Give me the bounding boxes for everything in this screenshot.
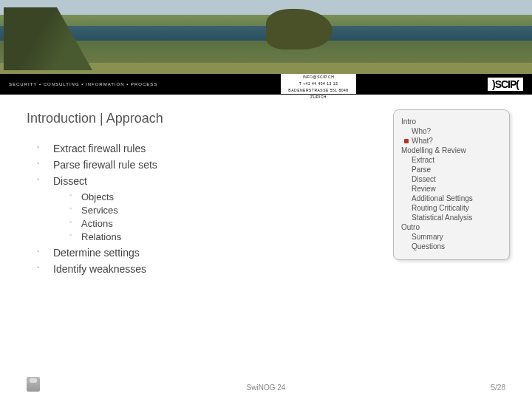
nav-section-modelling: Modelling & Review xyxy=(401,146,503,154)
nav-item: Review xyxy=(412,185,503,193)
brand-tagline: SECURITY • CONSULTING • INFORMATION • PR… xyxy=(9,82,157,86)
nav-item: Who? xyxy=(412,127,503,135)
nav-item: Extract xyxy=(412,156,503,164)
nav-item: Dissect xyxy=(412,175,503,183)
nav-item: Statistical Analysis xyxy=(412,214,503,222)
brand-logo: )SCIP( xyxy=(488,78,523,91)
nav-item: Summary xyxy=(412,233,503,241)
nav-item: Parse xyxy=(412,166,503,174)
nav-item: Additional Settings xyxy=(412,194,503,202)
footer-icon xyxy=(27,377,40,392)
header-photo xyxy=(0,0,532,74)
list-item: Identify weaknesses xyxy=(31,263,505,275)
nav-item-current: What? xyxy=(412,137,503,145)
brand-address: BADENERSTRASSE 551 8048 ZÜRICH xyxy=(281,87,356,94)
footer-event: SwiNOG 24 xyxy=(247,383,286,392)
brand-email: INFO@SCIP.CH xyxy=(281,74,356,81)
nav-section-intro: Intro xyxy=(401,117,503,126)
brand-bar: SECURITY • CONSULTING • INFORMATION • PR… xyxy=(0,74,532,95)
brand-phone: T +41 44 404 13 13 xyxy=(281,81,356,87)
footer-pager: 5/28 xyxy=(491,383,505,392)
footer: SwiNOG 24 5/28 xyxy=(0,377,532,392)
nav-item: Routing Criticality xyxy=(412,204,503,212)
nav-section-outro: Outro xyxy=(401,223,503,231)
list-item-label: Dissect xyxy=(53,175,87,187)
nav-panel: Intro Who? What? Modelling & Review Extr… xyxy=(393,109,510,260)
nav-item: Questions xyxy=(412,242,503,250)
